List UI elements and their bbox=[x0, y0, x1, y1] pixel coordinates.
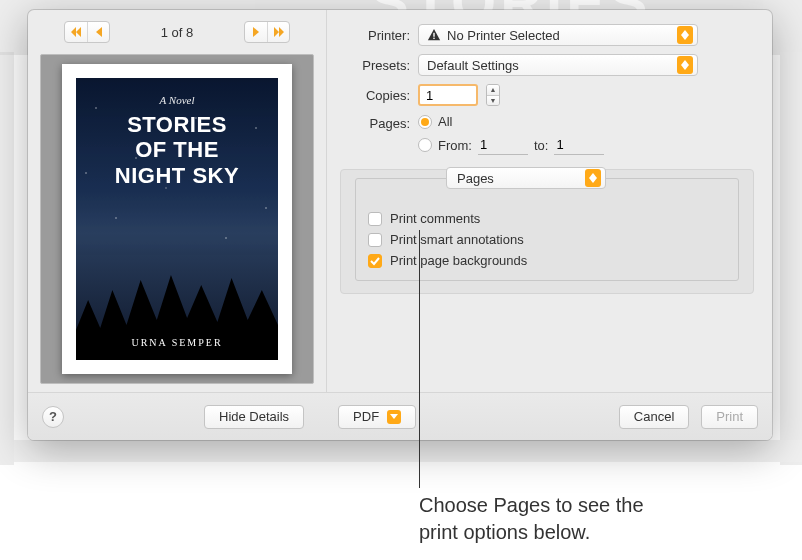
callout-leader-line bbox=[419, 230, 420, 488]
preview-pane: 1 of 8 A Novel STORIES OF THE NIGHT SKY bbox=[28, 10, 326, 392]
print-button[interactable]: Print bbox=[701, 405, 758, 429]
stepper-down-icon: ▼ bbox=[487, 96, 499, 106]
background-right-strip bbox=[780, 52, 802, 465]
updown-icon bbox=[677, 56, 693, 74]
pages-to-label: to: bbox=[534, 138, 548, 153]
pane-divider bbox=[326, 10, 327, 392]
pages-all-label: All bbox=[438, 114, 452, 129]
warning-icon bbox=[427, 28, 441, 42]
hide-details-button[interactable]: Hide Details bbox=[204, 405, 304, 429]
print-page-backgrounds-checkbox[interactable] bbox=[368, 254, 382, 268]
options-pane: Printer: No Printer Selected Presets: De… bbox=[326, 10, 772, 392]
print-smart-annotations-label: Print smart annotations bbox=[390, 232, 524, 247]
presets-value: Default Settings bbox=[427, 58, 677, 73]
background-footer-strip bbox=[14, 440, 802, 462]
stepper-up-icon: ▲ bbox=[487, 85, 499, 96]
dialog-footer: ? Hide Details PDF Cancel Print bbox=[28, 392, 772, 440]
app-options-panel: Pages Print comments Print sm bbox=[340, 169, 754, 294]
prev-page-button[interactable] bbox=[87, 22, 109, 42]
pages-from-label: From: bbox=[438, 138, 472, 153]
svg-rect-1 bbox=[433, 38, 434, 39]
svg-rect-0 bbox=[433, 33, 434, 37]
cover-author: URNA SEMPER bbox=[131, 337, 222, 348]
next-page-button[interactable] bbox=[245, 22, 267, 42]
app-options-fieldset: Pages Print comments Print sm bbox=[355, 178, 739, 281]
page-counter: 1 of 8 bbox=[161, 25, 194, 40]
print-page-backgrounds-label: Print page backgrounds bbox=[390, 253, 527, 268]
pages-all-radio[interactable] bbox=[418, 115, 432, 129]
chevron-down-icon bbox=[387, 410, 401, 424]
help-icon: ? bbox=[49, 409, 57, 424]
pages-label: Pages: bbox=[340, 114, 410, 131]
cancel-button[interactable]: Cancel bbox=[619, 405, 689, 429]
copies-stepper[interactable]: ▲ ▼ bbox=[486, 84, 500, 106]
book-cover: A Novel STORIES OF THE NIGHT SKY URNA SE… bbox=[76, 78, 278, 360]
page-nav-back-group bbox=[64, 21, 110, 43]
page-nav-fwd-group bbox=[244, 21, 290, 43]
pdf-menu-button[interactable]: PDF bbox=[338, 405, 416, 429]
presets-label: Presets: bbox=[340, 58, 410, 73]
pages-from-radio[interactable] bbox=[418, 138, 432, 152]
callout-text: Choose Pages to see the print options be… bbox=[419, 492, 644, 546]
printer-label: Printer: bbox=[340, 28, 410, 43]
cover-title: STORIES OF THE NIGHT SKY bbox=[115, 112, 239, 188]
print-smart-annotations-checkbox[interactable] bbox=[368, 233, 382, 247]
hide-details-label: Hide Details bbox=[219, 409, 289, 424]
cancel-label: Cancel bbox=[634, 409, 674, 424]
app-options-select[interactable]: Pages bbox=[446, 167, 606, 189]
app-options-value: Pages bbox=[457, 171, 494, 186]
copies-label: Copies: bbox=[340, 88, 410, 103]
copies-input[interactable] bbox=[418, 84, 478, 106]
pages-from-input[interactable] bbox=[478, 135, 528, 155]
help-button[interactable]: ? bbox=[42, 406, 64, 428]
pages-to-input[interactable] bbox=[554, 135, 604, 155]
preview-frame: A Novel STORIES OF THE NIGHT SKY URNA SE… bbox=[40, 54, 314, 384]
cover-subtitle: A Novel bbox=[160, 94, 195, 106]
pdf-label: PDF bbox=[353, 409, 379, 424]
printer-select[interactable]: No Printer Selected bbox=[418, 24, 698, 46]
print-label: Print bbox=[716, 409, 743, 424]
updown-icon bbox=[585, 169, 601, 187]
print-comments-label: Print comments bbox=[390, 211, 480, 226]
updown-icon bbox=[677, 26, 693, 44]
presets-select[interactable]: Default Settings bbox=[418, 54, 698, 76]
last-page-button[interactable] bbox=[267, 22, 289, 42]
first-page-button[interactable] bbox=[65, 22, 87, 42]
background-left-strip bbox=[0, 52, 14, 465]
preview-page: A Novel STORIES OF THE NIGHT SKY URNA SE… bbox=[62, 64, 292, 374]
print-comments-checkbox[interactable] bbox=[368, 212, 382, 226]
print-dialog: 1 of 8 A Novel STORIES OF THE NIGHT SKY bbox=[28, 10, 772, 440]
printer-value: No Printer Selected bbox=[447, 28, 677, 43]
